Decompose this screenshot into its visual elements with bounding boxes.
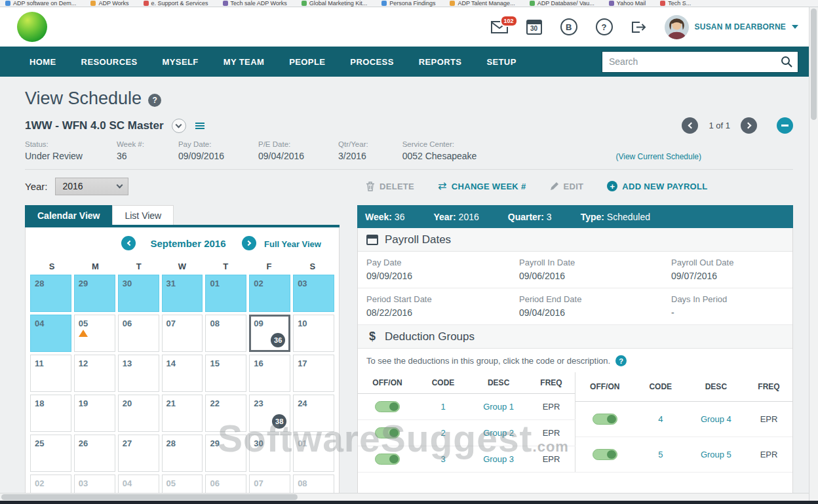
horizontal-scrollbar-thumb[interactable] — [1, 494, 298, 500]
collapse-button[interactable] — [777, 117, 793, 134]
nav-item-home[interactable]: HOME — [29, 57, 56, 67]
messages-button[interactable]: 102 — [491, 21, 508, 33]
deduction-code-link[interactable]: 2 — [440, 428, 445, 438]
bookmark-item[interactable]: Persona Findings — [381, 0, 435, 7]
change-week-button[interactable]: ⇄CHANGE WEEK # — [438, 181, 526, 191]
on-off-toggle[interactable] — [593, 414, 617, 425]
logout-button[interactable] — [631, 21, 646, 33]
calendar-day-cell[interactable]: 06 — [118, 315, 159, 352]
bookmark-item[interactable]: Yahoo Mail — [609, 0, 646, 7]
nav-item-reports[interactable]: REPORTS — [419, 57, 462, 67]
calendar-day-cell[interactable]: 15 — [205, 355, 246, 392]
page-help-icon[interactable] — [148, 94, 161, 107]
deduction-code-link[interactable]: 3 — [440, 454, 445, 464]
calendar-day-cell[interactable]: 07 — [162, 315, 203, 352]
calendar-day-cell[interactable]: 18 — [30, 395, 71, 432]
calendar-day-cell[interactable]: 10 — [293, 315, 334, 352]
vertical-scrollbar-thumb[interactable] — [811, 9, 817, 120]
on-off-toggle[interactable] — [375, 427, 400, 438]
calendar-day-cell[interactable]: 04 — [30, 315, 71, 352]
user-menu[interactable]: SUSAN M DEARBORNE — [665, 15, 798, 39]
edit-button[interactable]: EDIT — [550, 182, 584, 191]
nav-item-people[interactable]: PEOPLE — [289, 57, 325, 67]
week-number-badge[interactable]: 38 — [272, 414, 286, 429]
brand-b-button[interactable]: B — [560, 18, 577, 35]
deduction-desc-link[interactable]: Group 4 — [701, 414, 731, 424]
help-bubble-button[interactable] — [596, 18, 613, 35]
prev-schedule-button[interactable] — [682, 117, 698, 134]
calendar-day-cell[interactable]: 13 — [118, 355, 159, 392]
calendar-day-cell[interactable]: 28 — [162, 435, 203, 472]
calendar-day-cell[interactable]: 30 — [249, 435, 290, 472]
year-select[interactable]: 2016 — [55, 178, 128, 195]
calendar-day-cell[interactable]: 20 — [118, 395, 159, 432]
bookmark-item[interactable]: ADP Database/ Vau... — [530, 0, 594, 7]
calendar-button[interactable]: 30 — [526, 20, 542, 35]
bookmark-item[interactable]: e. Support & Services — [144, 0, 208, 7]
bookmark-item[interactable]: Tech sale ADP Works — [223, 0, 287, 7]
on-off-toggle[interactable] — [593, 449, 617, 460]
full-year-view-link[interactable]: Full Year View — [264, 239, 321, 249]
deduction-desc-link[interactable]: Group 5 — [701, 450, 731, 459]
deduction-code-link[interactable]: 4 — [658, 414, 663, 424]
deduction-desc-link[interactable]: Group 1 — [483, 402, 514, 412]
caret-down-icon[interactable] — [792, 25, 798, 29]
calendar-day-cell[interactable]: 29 — [74, 275, 115, 312]
calendar-day-cell[interactable]: 02 — [249, 275, 290, 312]
horizontal-scrollbar[interactable] — [0, 493, 809, 501]
calendar-day-cell[interactable]: 19 — [74, 395, 115, 432]
schedule-dropdown-button[interactable] — [172, 119, 186, 133]
on-off-toggle[interactable] — [375, 454, 400, 465]
calendar-day-cell[interactable]: 0936 — [249, 315, 290, 352]
calendar-day-cell[interactable]: 26 — [74, 435, 115, 472]
bookmark-item[interactable]: Global Marketing Kit... — [302, 0, 368, 7]
calendar-day-cell[interactable]: 01 — [205, 275, 246, 312]
calendar-day-cell[interactable]: 01 — [293, 435, 334, 472]
bookmark-item[interactable]: ADP Talent Manage... — [450, 0, 515, 7]
tab-list-view[interactable]: List View — [112, 205, 174, 225]
note-help-icon[interactable] — [615, 355, 627, 366]
tab-calendar-view[interactable]: Calendar View — [25, 205, 112, 225]
adp-logo-icon[interactable] — [17, 12, 47, 42]
week-number-badge[interactable]: 36 — [271, 333, 285, 347]
calendar-day-cell[interactable]: 12 — [74, 355, 115, 392]
delete-button[interactable]: DELETE — [366, 182, 414, 191]
user-name[interactable]: SUSAN M DEARBORNE — [695, 22, 786, 31]
on-off-toggle[interactable] — [375, 401, 400, 412]
next-schedule-button[interactable] — [741, 117, 757, 134]
bookmark-item[interactable]: ADP software on Dem... — [5, 0, 76, 7]
bookmark-item[interactable]: ADP Works — [90, 0, 128, 7]
calendar-day-cell[interactable]: 03 — [293, 275, 334, 312]
deduction-code-link[interactable]: 5 — [658, 450, 663, 459]
calendar-day-cell[interactable]: 27 — [118, 435, 159, 472]
calendar-day-cell[interactable]: 22 — [205, 395, 246, 432]
nav-item-my-team[interactable]: MY TEAM — [224, 57, 265, 67]
calendar-day-cell[interactable]: 21 — [162, 395, 203, 432]
calendar-day-cell[interactable]: 16 — [249, 355, 290, 392]
calendar-day-cell[interactable]: 2338 — [249, 395, 290, 432]
calendar-day-cell[interactable]: 29 — [205, 435, 246, 472]
deduction-desc-link[interactable]: Group 2 — [483, 428, 514, 438]
vertical-scrollbar[interactable] — [809, 7, 818, 501]
search-icon[interactable] — [781, 56, 792, 68]
deduction-code-link[interactable]: 1 — [440, 402, 445, 412]
calendar-day-cell[interactable]: 08 — [205, 315, 246, 352]
nav-item-myself[interactable]: MYSELF — [163, 57, 199, 67]
calendar-day-cell[interactable]: 28 — [30, 275, 71, 312]
calendar-day-cell[interactable]: 24 — [293, 395, 334, 432]
calendar-day-cell[interactable]: 05 — [74, 315, 115, 352]
search-input[interactable] — [609, 56, 781, 67]
add-new-payroll-button[interactable]: +ADD NEW PAYROLL — [607, 181, 707, 191]
calendar-day-cell[interactable]: 11 — [30, 355, 71, 392]
prev-month-button[interactable] — [121, 236, 136, 250]
nav-item-process[interactable]: PROCESS — [350, 57, 393, 67]
calendar-day-cell[interactable]: 30 — [118, 275, 159, 312]
calendar-day-cell[interactable]: 17 — [293, 355, 334, 392]
calendar-day-cell[interactable]: 25 — [30, 435, 71, 472]
view-current-schedule-link[interactable]: (View Current Schedule) — [615, 152, 701, 161]
bookmark-item[interactable]: Tech S... — [660, 0, 691, 7]
calendar-day-cell[interactable]: 14 — [162, 355, 203, 392]
nav-item-setup[interactable]: SETUP — [486, 57, 516, 67]
next-month-button[interactable] — [242, 236, 256, 250]
avatar[interactable] — [665, 15, 689, 39]
